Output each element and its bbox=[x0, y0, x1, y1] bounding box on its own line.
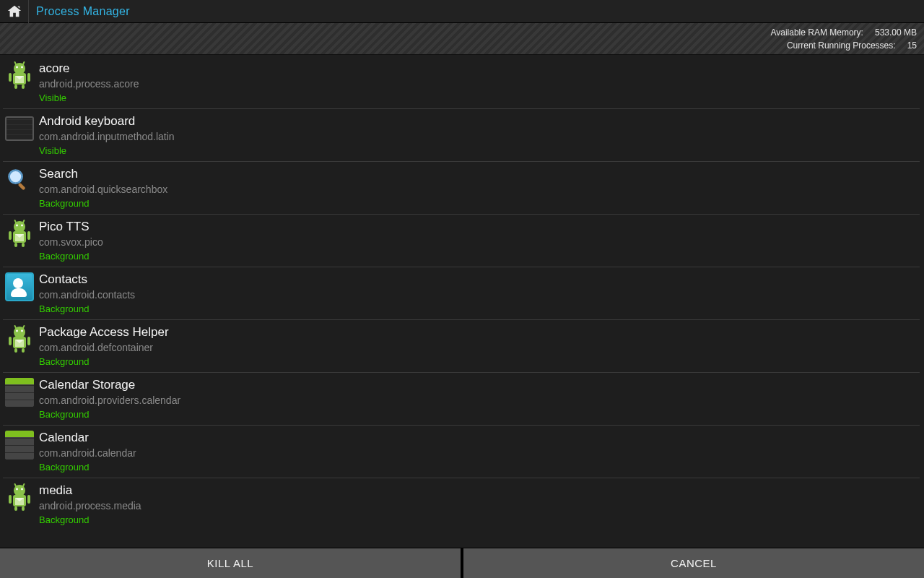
process-state: Background bbox=[39, 250, 103, 262]
proc-value: 15 bbox=[907, 39, 917, 52]
process-icon bbox=[4, 113, 35, 144]
process-info: Pico TTScom.svox.picoBackground bbox=[39, 219, 103, 262]
home-button[interactable] bbox=[0, 0, 29, 23]
process-package: com.android.calendar bbox=[39, 447, 136, 460]
process-name: Contacts bbox=[39, 272, 135, 287]
process-package: com.android.inputmethod.latin bbox=[39, 130, 175, 143]
home-icon bbox=[6, 4, 22, 20]
process-row[interactable]: Android keyboardcom.android.inputmethod.… bbox=[3, 109, 920, 162]
process-list[interactable]: acoreandroid.process.acoreVisibleAndroid… bbox=[0, 55, 924, 548]
cancel-button[interactable]: CANCEL bbox=[463, 548, 924, 578]
action-bar: Process Manager bbox=[0, 0, 924, 23]
process-package: com.svox.pico bbox=[39, 236, 103, 249]
process-icon bbox=[4, 483, 35, 513]
proc-label: Current Running Processes: bbox=[787, 39, 896, 52]
process-info: acoreandroid.process.acoreVisible bbox=[39, 61, 139, 104]
process-row[interactable]: Package Access Helpercom.android.defcont… bbox=[3, 320, 920, 373]
process-state: Background bbox=[39, 408, 180, 420]
process-name: Android keyboard bbox=[39, 114, 175, 129]
process-name: Calendar bbox=[39, 431, 136, 445]
button-bar: KILL ALL CANCEL bbox=[0, 548, 924, 578]
status-stripe: Available RAM Memory: 533.00 MB Current … bbox=[0, 23, 924, 55]
kill-all-button[interactable]: KILL ALL bbox=[0, 548, 463, 578]
process-info: Calendar Storagecom.android.providers.ca… bbox=[39, 377, 180, 420]
ram-value: 533.00 MB bbox=[875, 26, 917, 39]
process-state: Visible bbox=[39, 144, 175, 157]
process-state: Background bbox=[39, 461, 136, 473]
process-icon bbox=[4, 219, 35, 249]
process-name: Search bbox=[39, 167, 167, 181]
process-info: Searchcom.android.quicksearchboxBackgrou… bbox=[39, 166, 167, 210]
process-icon bbox=[4, 61, 35, 91]
process-package: android.process.media bbox=[39, 499, 141, 512]
process-name: acore bbox=[39, 61, 139, 76]
process-state: Background bbox=[39, 197, 167, 210]
search-icon bbox=[6, 167, 33, 197]
process-info: Package Access Helpercom.android.defcont… bbox=[39, 324, 169, 368]
process-state: Background bbox=[39, 303, 135, 315]
process-icon bbox=[4, 166, 35, 197]
process-package: android.process.acore bbox=[39, 77, 139, 90]
process-row[interactable]: Contactscom.android.contactsBackground bbox=[3, 267, 920, 320]
process-row[interactable]: Calendar Storagecom.android.providers.ca… bbox=[3, 373, 920, 426]
process-info: Contactscom.android.contactsBackground bbox=[39, 272, 135, 315]
process-row[interactable]: Pico TTScom.svox.picoBackground bbox=[3, 215, 920, 267]
process-row[interactable]: Searchcom.android.quicksearchboxBackgrou… bbox=[3, 162, 920, 215]
process-state: Visible bbox=[39, 92, 139, 104]
process-package: com.android.defcontainer bbox=[39, 341, 169, 354]
ram-label: Available RAM Memory: bbox=[770, 26, 863, 39]
process-icon bbox=[4, 324, 35, 355]
process-package: com.android.providers.calendar bbox=[39, 394, 180, 407]
process-row[interactable]: mediaandroid.process.mediaBackground bbox=[3, 478, 920, 530]
calendar-icon bbox=[5, 431, 34, 460]
process-icon bbox=[4, 430, 35, 460]
process-icon bbox=[4, 272, 35, 302]
process-info: mediaandroid.process.mediaBackground bbox=[39, 483, 141, 526]
process-package: com.android.quicksearchbox bbox=[39, 183, 167, 196]
calendar-icon bbox=[5, 378, 34, 407]
process-row[interactable]: acoreandroid.process.acoreVisible bbox=[3, 56, 920, 109]
page-title: Process Manager bbox=[29, 5, 130, 18]
process-name: Calendar Storage bbox=[39, 378, 180, 392]
process-info: Calendarcom.android.calendarBackground bbox=[39, 430, 136, 473]
process-state: Background bbox=[39, 514, 141, 526]
android-icon bbox=[4, 218, 35, 251]
process-info: Android keyboardcom.android.inputmethod.… bbox=[39, 113, 175, 157]
process-state: Background bbox=[39, 355, 169, 368]
process-icon bbox=[4, 377, 35, 407]
process-package: com.android.contacts bbox=[39, 288, 135, 301]
process-row[interactable]: Calendarcom.android.calendarBackground bbox=[3, 426, 920, 478]
android-icon bbox=[4, 324, 35, 356]
contacts-icon bbox=[5, 272, 34, 301]
process-name: Package Access Helper bbox=[39, 325, 169, 340]
process-name: media bbox=[39, 483, 141, 498]
android-icon bbox=[4, 482, 35, 514]
process-name: Pico TTS bbox=[39, 220, 103, 234]
keyboard-icon bbox=[5, 116, 34, 141]
android-icon bbox=[4, 60, 35, 92]
